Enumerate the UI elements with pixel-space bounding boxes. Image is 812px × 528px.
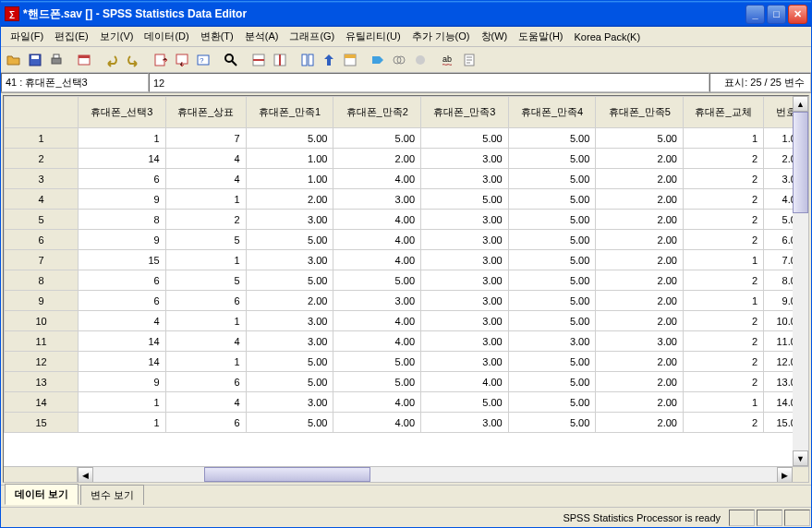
row-header[interactable]: 7 (5, 250, 79, 270)
save-icon[interactable] (26, 51, 44, 69)
data-cell[interactable]: 2 (684, 352, 764, 372)
use-sets-icon[interactable] (390, 51, 408, 69)
data-cell[interactable]: 5.00 (508, 189, 596, 210)
data-cell[interactable]: 5.00 (333, 372, 421, 392)
find-icon[interactable] (222, 51, 240, 69)
data-cell[interactable]: 5.00 (508, 270, 596, 291)
data-cell[interactable]: 9 (79, 372, 166, 392)
menu-edit[interactable]: 편집(E) (49, 28, 94, 45)
data-cell[interactable]: 5 (165, 230, 246, 250)
table-row[interactable]: 13965.005.004.005.002.00213.00 (5, 372, 808, 392)
data-cell[interactable]: 5.00 (508, 230, 596, 250)
table-row[interactable]: 3641.004.003.005.002.0023.00 (5, 169, 808, 189)
table-row[interactable]: 4912.003.005.005.002.0024.00 (5, 189, 808, 210)
data-cell[interactable]: 6 (79, 169, 166, 189)
column-header[interactable]: 휴대폰_상표 (165, 97, 246, 128)
variables-icon[interactable]: ? (194, 51, 212, 69)
data-cell[interactable]: 5.00 (246, 128, 333, 149)
data-cell[interactable]: 5.00 (508, 392, 596, 413)
data-cell[interactable]: 4 (165, 169, 246, 189)
column-header[interactable]: 휴대폰_만족5 (596, 97, 684, 128)
row-header[interactable]: 15 (5, 413, 79, 433)
cell-reference[interactable]: 41 : 휴대폰_선택3 (1, 73, 149, 92)
menu-addons[interactable]: 추가 기능(O) (406, 28, 476, 45)
scroll-up-icon[interactable]: ▲ (793, 96, 808, 112)
data-cell[interactable]: 6 (79, 270, 166, 291)
menu-data[interactable]: 데이터(D) (139, 28, 194, 45)
tab-data-view[interactable]: 데이터 보기 (5, 484, 79, 505)
undo-icon[interactable] (103, 51, 121, 69)
table-row[interactable]: 21441.002.003.005.002.0022.00 (5, 149, 808, 169)
data-cell[interactable]: 4.00 (333, 210, 421, 230)
data-cell[interactable]: 3.00 (421, 413, 509, 433)
row-header[interactable]: 14 (5, 392, 79, 413)
data-cell[interactable]: 14 (79, 352, 166, 372)
data-cell[interactable]: 1 (165, 189, 246, 210)
data-cell[interactable]: 3.00 (246, 250, 333, 270)
data-cell[interactable]: 2.00 (246, 291, 333, 311)
data-cell[interactable]: 5.00 (246, 352, 333, 372)
maximize-button[interactable]: □ (767, 5, 786, 24)
data-cell[interactable]: 3.00 (596, 331, 684, 352)
data-cell[interactable]: 4.00 (333, 311, 421, 331)
data-cell[interactable]: 1 (79, 413, 166, 433)
data-cell[interactable]: 2.00 (596, 189, 684, 210)
row-header[interactable]: 11 (5, 331, 79, 352)
column-header[interactable]: 휴대폰_만족2 (333, 97, 421, 128)
table-row[interactable]: 8655.005.003.005.002.0028.00 (5, 270, 808, 291)
table-row[interactable]: 111443.004.003.003.003.00211.00 (5, 331, 808, 352)
data-cell[interactable]: 3.00 (421, 149, 509, 169)
data-cell[interactable]: 2.00 (596, 291, 684, 311)
vertical-scrollbar[interactable]: ▲ ▼ (793, 96, 808, 466)
data-cell[interactable]: 3.00 (246, 311, 333, 331)
data-cell[interactable]: 2.00 (596, 372, 684, 392)
data-cell[interactable]: 5.00 (246, 270, 333, 291)
column-header[interactable]: 휴대폰_만족3 (421, 97, 509, 128)
data-cell[interactable]: 3.00 (421, 250, 509, 270)
data-cell[interactable]: 2 (684, 331, 764, 352)
data-cell[interactable]: 5.00 (508, 210, 596, 230)
insert-case-icon[interactable] (249, 51, 268, 69)
grid-corner[interactable] (5, 97, 79, 128)
column-header[interactable]: 휴대폰_만족4 (508, 97, 596, 128)
data-cell[interactable]: 1 (79, 128, 166, 149)
menu-view[interactable]: 보기(V) (94, 28, 139, 45)
data-cell[interactable]: 5.00 (333, 270, 421, 291)
horizontal-scrollbar[interactable]: ◀ ▶ (4, 466, 808, 482)
data-cell[interactable]: 2 (684, 311, 764, 331)
data-cell[interactable]: 6 (165, 372, 246, 392)
data-cell[interactable]: 3.00 (246, 392, 333, 413)
close-button[interactable]: ✕ (788, 5, 807, 24)
data-cell[interactable]: 3.00 (508, 331, 596, 352)
dialog-recall-icon[interactable] (75, 51, 93, 69)
data-cell[interactable]: 1 (684, 392, 764, 413)
data-cell[interactable]: 2.00 (246, 189, 333, 210)
scroll-track-vertical[interactable] (793, 213, 808, 450)
table-row[interactable]: 5823.004.003.005.002.0025.00 (5, 210, 808, 230)
data-cell[interactable]: 3.00 (246, 331, 333, 352)
data-cell[interactable]: 2.00 (596, 413, 684, 433)
spell-check-icon[interactable]: ab (439, 51, 457, 69)
data-cell[interactable]: 5.00 (421, 392, 509, 413)
scroll-track-horizontal[interactable] (93, 467, 777, 482)
data-cell[interactable]: 5.00 (508, 250, 596, 270)
data-cell[interactable]: 5.00 (333, 352, 421, 372)
data-cell[interactable]: 1 (165, 250, 246, 270)
menu-analyze[interactable]: 분석(A) (239, 28, 285, 45)
data-cell[interactable]: 5.00 (421, 189, 509, 210)
data-cell[interactable]: 7 (165, 128, 246, 149)
data-cell[interactable]: 15 (79, 250, 166, 270)
data-cell[interactable]: 3.00 (421, 291, 509, 311)
data-cell[interactable]: 2 (684, 149, 764, 169)
data-cell[interactable]: 3.00 (333, 189, 421, 210)
column-header[interactable]: 휴대폰_만족1 (246, 97, 333, 128)
goto-case-icon[interactable] (151, 51, 170, 69)
data-cell[interactable]: 1 (165, 352, 246, 372)
menu-utilities[interactable]: 유틸리티(U) (340, 28, 406, 45)
menu-transform[interactable]: 변환(T) (195, 28, 239, 45)
run-script-icon[interactable] (460, 51, 479, 69)
data-cell[interactable]: 6 (79, 291, 166, 311)
data-cell[interactable]: 5.00 (508, 352, 596, 372)
data-cell[interactable]: 4.00 (333, 230, 421, 250)
scroll-left-icon[interactable]: ◀ (78, 467, 93, 483)
